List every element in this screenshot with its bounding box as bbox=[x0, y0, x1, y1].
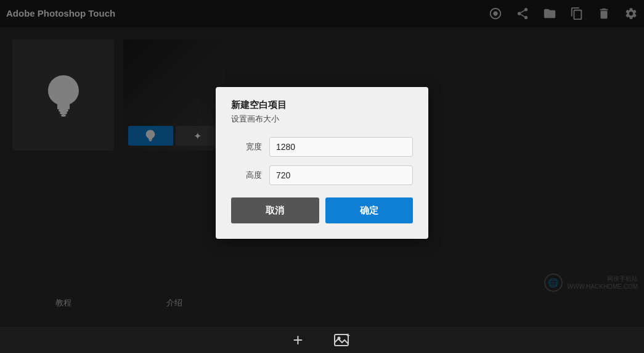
height-row: 高度 bbox=[231, 165, 413, 185]
dialog-title: 新建空白项目 bbox=[231, 99, 413, 111]
width-label: 宽度 bbox=[231, 141, 262, 152]
height-input[interactable] bbox=[269, 165, 413, 185]
height-label: 高度 bbox=[231, 170, 262, 181]
bottom-bar: + + bbox=[0, 326, 644, 353]
width-row: 宽度 bbox=[231, 137, 413, 157]
dialog-buttons: 取消 确定 bbox=[231, 197, 413, 223]
width-input[interactable] bbox=[269, 137, 413, 157]
new-project-dialog: 新建空白项目 设置画布大小 宽度 高度 取消 确定 bbox=[216, 87, 428, 239]
dialog-subtitle: 设置画布大小 bbox=[231, 114, 413, 125]
add-project-button[interactable]: + bbox=[293, 330, 303, 350]
cancel-button[interactable]: 取消 bbox=[231, 197, 319, 223]
import-image-button[interactable]: + bbox=[334, 333, 351, 347]
svg-text:+: + bbox=[346, 333, 350, 339]
confirm-button[interactable]: 确定 bbox=[325, 197, 414, 223]
modal-overlay: 新建空白项目 设置画布大小 宽度 高度 取消 确定 bbox=[0, 0, 644, 326]
